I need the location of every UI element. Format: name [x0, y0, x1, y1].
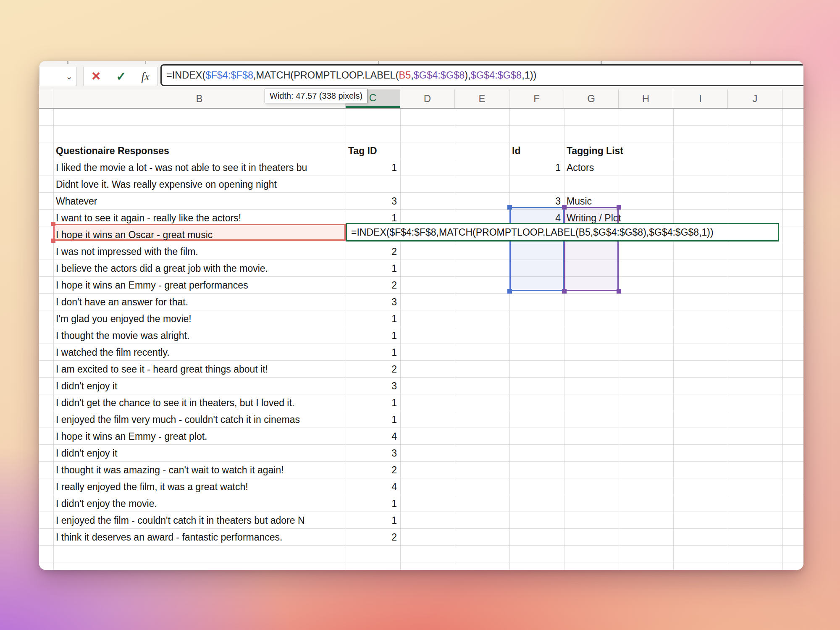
active-edit-cell-c5[interactable]: =INDEX($F$4:$F$8,MATCH(PROMPTLOOP.LABEL(… — [346, 223, 779, 242]
tag-id-cell[interactable]: 2 — [348, 277, 397, 294]
insert-function-icon[interactable]: fx — [142, 71, 150, 82]
range-handle[interactable] — [507, 205, 512, 210]
response-cell[interactable]: I believe the actors did a great job wit… — [56, 260, 345, 277]
id-header[interactable]: Id — [512, 142, 520, 159]
range-handle[interactable] — [507, 289, 512, 294]
range-handle[interactable] — [617, 289, 621, 294]
response-cell[interactable]: I want to see it again - really like the… — [56, 210, 345, 226]
sheet-row: I didn't enjoy the movie.1 — [39, 495, 803, 512]
tag-id-cell[interactable]: 1 — [348, 310, 397, 327]
tag-id-cell[interactable]: 3 — [348, 378, 397, 394]
tag-id-cell[interactable]: 1 — [348, 495, 397, 512]
tag-id-cell[interactable]: 1 — [348, 327, 397, 344]
select-all-stub[interactable] — [39, 89, 53, 108]
response-cell[interactable]: I don't have an answer for that. — [56, 294, 345, 310]
column-header-D[interactable]: D — [400, 89, 455, 108]
tag-id-cell[interactable]: 1 — [348, 394, 397, 411]
tag-id-cell[interactable]: 2 — [348, 462, 397, 478]
column-header-F[interactable]: F — [509, 89, 564, 108]
column-header-row: B C D E F G H I J K — [39, 89, 803, 109]
sheet-row: I enjoyed the film - couldn't catch it i… — [39, 512, 803, 529]
tag-id-header[interactable]: Tag ID — [348, 142, 377, 159]
column-header-H[interactable]: H — [619, 89, 673, 108]
chevron-down-icon[interactable]: ⌄ — [66, 71, 73, 82]
response-cell[interactable]: I didn't enjoy it — [56, 445, 345, 462]
responses-header[interactable]: Questionaire Responses — [56, 142, 169, 159]
response-cell[interactable]: I hope it wins an Emmy - great plot. — [56, 428, 345, 445]
column-header-K[interactable]: K — [782, 89, 803, 108]
ribbon-clipped-mark — [601, 61, 602, 64]
tag-id-cell[interactable]: 1 — [348, 512, 397, 529]
tag-list-row: 1Actors — [509, 159, 620, 176]
tag-id-cell[interactable]: 2 — [348, 361, 397, 378]
response-cell[interactable]: I liked the movie a lot - was not able t… — [56, 159, 345, 176]
response-cell[interactable]: I watched the film recently. — [56, 344, 345, 361]
sheet-row: I think it deserves an award - fantastic… — [39, 529, 803, 546]
response-cell[interactable]: I am excited to see it - heard great thi… — [56, 361, 345, 378]
tag-id-cell[interactable]: 3 — [348, 193, 397, 210]
ribbon-clipped-mark — [378, 61, 379, 64]
tag-id-cell[interactable]: 1 — [348, 344, 397, 361]
response-cell[interactable]: I didn't enjoy it — [56, 378, 345, 394]
spreadsheet-window: ⌄ ✕ ✓ fx =INDEX($F$4:$F$8,MATCH(PROMPTLO… — [39, 61, 803, 570]
tag-id-cell[interactable]: 2 — [348, 529, 397, 546]
id-cell[interactable]: 1 — [509, 159, 561, 176]
formula-segment: ,MATCH(PROMPTLOOP.LABEL( — [253, 70, 399, 81]
tag-list-row — [509, 176, 620, 193]
tag-id-cell[interactable]: 3 — [348, 294, 397, 310]
response-cell[interactable]: I hope it wins an Emmy - great performan… — [56, 277, 345, 294]
range-handle[interactable] — [51, 239, 55, 243]
formula-segment: B5 — [399, 70, 411, 81]
confirm-entry-button[interactable]: ✓ — [116, 71, 126, 83]
response-cell[interactable]: I didn't get the chance to see it in the… — [56, 394, 345, 411]
ribbon-clipped-mark — [750, 61, 751, 64]
sheet-row: I thought it was amazing - can't wait to… — [39, 462, 803, 478]
range-handle[interactable] — [51, 222, 55, 226]
tag-id-cell[interactable]: 4 — [348, 428, 397, 445]
tagging-list-header[interactable]: Tagging List — [567, 142, 623, 159]
sheet-row: I thought the movie was alright.1 — [39, 327, 803, 344]
tag-id-cell[interactable] — [348, 176, 397, 193]
column-header-I[interactable]: I — [673, 89, 728, 108]
tag-id-cell[interactable]: 2 — [348, 243, 397, 260]
formula-text: =INDEX($F$4:$F$8,MATCH(PROMPTLOOP.LABEL(… — [166, 70, 536, 81]
ribbon-clipped-mark — [67, 61, 68, 64]
tag-id-cell[interactable]: 1 — [348, 159, 397, 176]
id-cell[interactable] — [509, 176, 561, 193]
response-cell[interactable]: I think it deserves an award - fantastic… — [56, 529, 345, 546]
tag-id-cell[interactable]: 3 — [348, 445, 397, 462]
response-cell[interactable]: I thought it was amazing - can't wait to… — [56, 462, 345, 478]
sheet-row: Didnt love it. Was really expensive on o… — [39, 176, 803, 193]
range-handle[interactable] — [617, 205, 621, 210]
formula-bar: ⌄ ✕ ✓ fx =INDEX($F$4:$F$8,MATCH(PROMPTLO… — [39, 61, 803, 89]
cancel-entry-button[interactable]: ✕ — [91, 71, 101, 82]
column-width-tooltip: Width: 47.57 (338 pixels) — [265, 89, 368, 103]
tag-label-cell[interactable]: Actors — [567, 159, 620, 176]
response-cell[interactable]: Whatever — [56, 193, 345, 210]
formula-segment: $G$4:$G$8 — [471, 70, 522, 81]
range-handle[interactable] — [562, 205, 567, 210]
response-cell[interactable]: I enjoyed the film - couldn't catch it i… — [56, 512, 345, 529]
tag-id-cell[interactable]: 4 — [348, 478, 397, 495]
response-cell[interactable]: I hope it wins an Oscar - great music — [56, 226, 345, 243]
response-cell[interactable]: I enjoyed the film very much - couldn't … — [56, 411, 345, 428]
response-cell[interactable]: Didnt love it. Was really expensive on o… — [56, 176, 345, 193]
sheet-row: I believe the actors did a great job wit… — [39, 260, 803, 277]
response-cell[interactable]: I was not impressed with the film. — [56, 243, 345, 260]
response-cell[interactable]: I thought the movie was alright. — [56, 327, 345, 344]
formula-input[interactable]: =INDEX($F$4:$F$8,MATCH(PROMPTLOOP.LABEL(… — [160, 64, 803, 86]
tag-id-cell[interactable]: 1 — [348, 411, 397, 428]
response-cell[interactable]: I didn't enjoy the movie. — [56, 495, 345, 512]
column-header-E[interactable]: E — [455, 89, 509, 108]
response-cell[interactable]: I really enjoyed the film, it was a grea… — [56, 478, 345, 495]
column-header-G[interactable]: G — [564, 89, 619, 108]
response-rows: I liked the movie a lot - was not able t… — [39, 159, 803, 546]
tag-label-cell[interactable] — [567, 176, 620, 193]
range-handle[interactable] — [562, 289, 567, 294]
column-header-J[interactable]: J — [728, 89, 782, 108]
tag-id-cell[interactable]: 1 — [348, 260, 397, 277]
sheet-row: I didn't enjoy it3 — [39, 378, 803, 394]
response-cell[interactable]: I'm glad you enjoyed the movie! — [56, 310, 345, 327]
name-box[interactable]: ⌄ — [39, 67, 76, 86]
sheet-row: I enjoyed the film very much - couldn't … — [39, 411, 803, 428]
